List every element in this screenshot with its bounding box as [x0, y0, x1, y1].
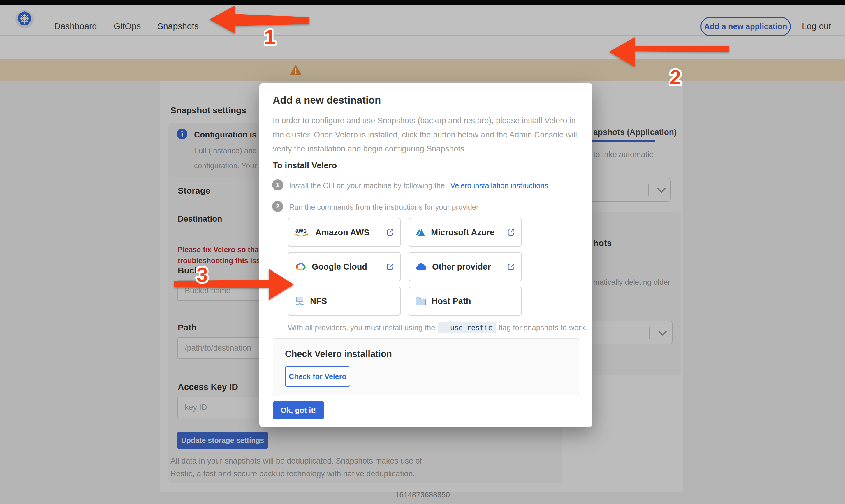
page: Dashboard GitOps Snapshots Add a new app… [0, 0, 845, 504]
step-1-badge: 1 [272, 179, 283, 191]
svg-text:aws: aws [296, 228, 306, 234]
modal-intro-text: In order to configure and use Snapshots … [273, 113, 581, 156]
add-destination-modal: Add a new destination In order to config… [259, 83, 592, 427]
modal-title: Add a new destination [273, 94, 381, 106]
provider-label: Other provider [432, 262, 502, 272]
provider-button-google-cloud[interactable]: Google Cloud [288, 252, 401, 281]
check-for-velero-button[interactable]: Check for Velero [285, 366, 350, 387]
external-link-icon [386, 228, 394, 236]
cloud-icon [415, 262, 427, 271]
google-cloud-icon [294, 262, 306, 271]
step-2-badge: 2 [272, 201, 283, 212]
step-1-text: Install the CLI on your machine by follo… [289, 181, 548, 190]
provider-button-other[interactable]: Other provider [409, 252, 522, 281]
restic-flag-code: --use-restic [438, 322, 496, 334]
install-velero-heading: To install Velero [273, 161, 337, 170]
external-link-icon [386, 263, 394, 271]
step-1-label: Install the CLI on your machine by follo… [289, 181, 445, 190]
ok-got-it-button[interactable]: Ok, got it! [273, 401, 324, 419]
check-velero-heading: Check Velero installation [285, 349, 392, 359]
restic-note-prefix: With all providers, you must install usi… [288, 323, 435, 332]
provider-label: NFS [310, 296, 394, 306]
restic-note-suffix: flag for snapshots to work. [498, 323, 587, 332]
provider-button-aws[interactable]: aws Amazon AWS [288, 218, 401, 247]
restic-note: With all providers, you must install usi… [288, 323, 587, 332]
provider-label: Host Path [432, 296, 515, 306]
step-2-text: Run the commands from the instructions f… [289, 203, 479, 211]
provider-label: Amazon AWS [315, 228, 381, 237]
provider-label: Microsoft Azure [431, 228, 502, 237]
provider-button-host-path[interactable]: Host Path [409, 287, 522, 316]
provider-button-nfs[interactable]: NFS [288, 287, 401, 316]
provider-label: Google Cloud [312, 262, 381, 272]
external-link-icon [507, 228, 515, 236]
nfs-network-icon [294, 296, 305, 306]
azure-icon [415, 228, 426, 237]
external-link-icon [507, 263, 515, 271]
folder-icon [415, 296, 426, 306]
velero-instructions-link[interactable]: Velero installation instructions [450, 181, 548, 190]
provider-button-azure[interactable]: Microsoft Azure [409, 218, 522, 247]
aws-icon: aws [294, 227, 310, 238]
